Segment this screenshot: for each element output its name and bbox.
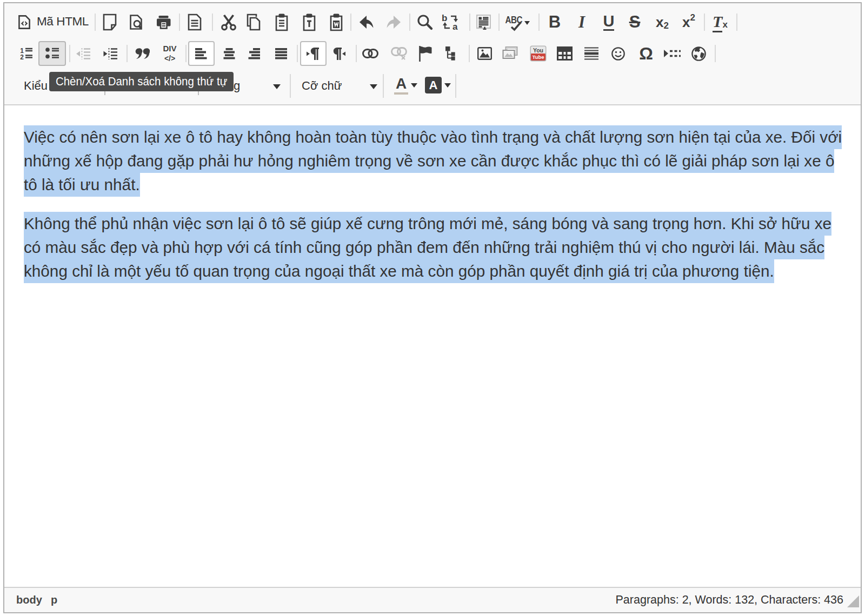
svg-text:</>: </> (164, 54, 175, 63)
svg-text:You: You (533, 47, 543, 53)
svg-text:2: 2 (20, 53, 24, 60)
svg-text:DIV: DIV (163, 44, 176, 53)
svg-text:b: b (442, 13, 447, 23)
svg-text:a: a (453, 22, 458, 31)
svg-text:Tube: Tube (532, 54, 544, 60)
